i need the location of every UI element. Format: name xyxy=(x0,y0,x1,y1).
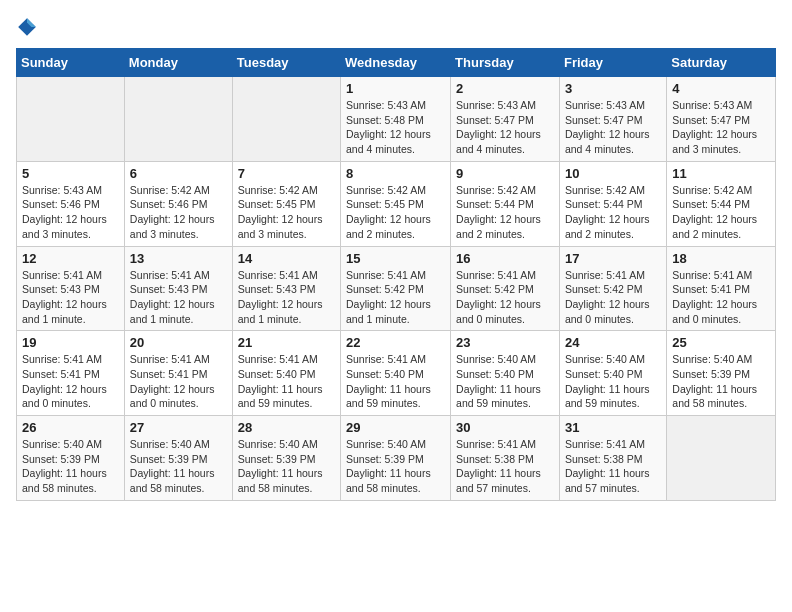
calendar-day-cell: 15Sunrise: 5:41 AM Sunset: 5:42 PM Dayli… xyxy=(341,246,451,331)
logo-icon xyxy=(16,16,38,38)
day-info: Sunrise: 5:41 AM Sunset: 5:40 PM Dayligh… xyxy=(238,352,335,411)
day-info: Sunrise: 5:43 AM Sunset: 5:47 PM Dayligh… xyxy=(456,98,554,157)
day-number: 30 xyxy=(456,420,554,435)
day-info: Sunrise: 5:41 AM Sunset: 5:43 PM Dayligh… xyxy=(22,268,119,327)
day-info: Sunrise: 5:40 AM Sunset: 5:40 PM Dayligh… xyxy=(565,352,661,411)
weekday-header: Saturday xyxy=(667,49,776,77)
calendar-thead: SundayMondayTuesdayWednesdayThursdayFrid… xyxy=(17,49,776,77)
calendar-day-cell: 11Sunrise: 5:42 AM Sunset: 5:44 PM Dayli… xyxy=(667,161,776,246)
calendar-day-cell: 19Sunrise: 5:41 AM Sunset: 5:41 PM Dayli… xyxy=(17,331,125,416)
day-info: Sunrise: 5:43 AM Sunset: 5:47 PM Dayligh… xyxy=(565,98,661,157)
calendar-day-cell: 12Sunrise: 5:41 AM Sunset: 5:43 PM Dayli… xyxy=(17,246,125,331)
day-number: 16 xyxy=(456,251,554,266)
calendar-day-cell: 1Sunrise: 5:43 AM Sunset: 5:48 PM Daylig… xyxy=(341,77,451,162)
day-number: 4 xyxy=(672,81,770,96)
calendar-day-cell: 29Sunrise: 5:40 AM Sunset: 5:39 PM Dayli… xyxy=(341,416,451,501)
day-info: Sunrise: 5:40 AM Sunset: 5:39 PM Dayligh… xyxy=(22,437,119,496)
calendar-day-cell: 30Sunrise: 5:41 AM Sunset: 5:38 PM Dayli… xyxy=(451,416,560,501)
day-number: 28 xyxy=(238,420,335,435)
day-info: Sunrise: 5:42 AM Sunset: 5:46 PM Dayligh… xyxy=(130,183,227,242)
day-number: 23 xyxy=(456,335,554,350)
day-info: Sunrise: 5:41 AM Sunset: 5:38 PM Dayligh… xyxy=(565,437,661,496)
day-number: 25 xyxy=(672,335,770,350)
calendar-container: SundayMondayTuesdayWednesdayThursdayFrid… xyxy=(0,0,792,511)
day-info: Sunrise: 5:41 AM Sunset: 5:43 PM Dayligh… xyxy=(238,268,335,327)
calendar-day-cell: 9Sunrise: 5:42 AM Sunset: 5:44 PM Daylig… xyxy=(451,161,560,246)
day-info: Sunrise: 5:40 AM Sunset: 5:39 PM Dayligh… xyxy=(346,437,445,496)
calendar-day-cell: 24Sunrise: 5:40 AM Sunset: 5:40 PM Dayli… xyxy=(559,331,666,416)
weekday-header: Sunday xyxy=(17,49,125,77)
calendar-day-cell: 18Sunrise: 5:41 AM Sunset: 5:41 PM Dayli… xyxy=(667,246,776,331)
calendar-day-cell: 22Sunrise: 5:41 AM Sunset: 5:40 PM Dayli… xyxy=(341,331,451,416)
day-number: 8 xyxy=(346,166,445,181)
day-number: 3 xyxy=(565,81,661,96)
calendar-week-row: 1Sunrise: 5:43 AM Sunset: 5:48 PM Daylig… xyxy=(17,77,776,162)
logo xyxy=(16,16,42,38)
calendar-day-cell: 5Sunrise: 5:43 AM Sunset: 5:46 PM Daylig… xyxy=(17,161,125,246)
calendar-day-cell: 2Sunrise: 5:43 AM Sunset: 5:47 PM Daylig… xyxy=(451,77,560,162)
day-info: Sunrise: 5:41 AM Sunset: 5:42 PM Dayligh… xyxy=(456,268,554,327)
day-number: 29 xyxy=(346,420,445,435)
calendar-week-row: 19Sunrise: 5:41 AM Sunset: 5:41 PM Dayli… xyxy=(17,331,776,416)
day-number: 6 xyxy=(130,166,227,181)
day-number: 1 xyxy=(346,81,445,96)
calendar-day-cell: 6Sunrise: 5:42 AM Sunset: 5:46 PM Daylig… xyxy=(124,161,232,246)
calendar-day-cell: 16Sunrise: 5:41 AM Sunset: 5:42 PM Dayli… xyxy=(451,246,560,331)
day-info: Sunrise: 5:42 AM Sunset: 5:44 PM Dayligh… xyxy=(672,183,770,242)
weekday-header: Tuesday xyxy=(232,49,340,77)
calendar-day-cell: 28Sunrise: 5:40 AM Sunset: 5:39 PM Dayli… xyxy=(232,416,340,501)
header-row xyxy=(16,16,776,38)
calendar-day-cell: 31Sunrise: 5:41 AM Sunset: 5:38 PM Dayli… xyxy=(559,416,666,501)
calendar-day-cell: 21Sunrise: 5:41 AM Sunset: 5:40 PM Dayli… xyxy=(232,331,340,416)
day-info: Sunrise: 5:41 AM Sunset: 5:41 PM Dayligh… xyxy=(22,352,119,411)
weekday-header: Wednesday xyxy=(341,49,451,77)
day-number: 19 xyxy=(22,335,119,350)
day-info: Sunrise: 5:41 AM Sunset: 5:40 PM Dayligh… xyxy=(346,352,445,411)
calendar-day-cell xyxy=(232,77,340,162)
calendar-day-cell: 13Sunrise: 5:41 AM Sunset: 5:43 PM Dayli… xyxy=(124,246,232,331)
day-info: Sunrise: 5:40 AM Sunset: 5:39 PM Dayligh… xyxy=(238,437,335,496)
calendar-day-cell xyxy=(17,77,125,162)
day-info: Sunrise: 5:41 AM Sunset: 5:41 PM Dayligh… xyxy=(130,352,227,411)
calendar-day-cell: 20Sunrise: 5:41 AM Sunset: 5:41 PM Dayli… xyxy=(124,331,232,416)
day-info: Sunrise: 5:41 AM Sunset: 5:38 PM Dayligh… xyxy=(456,437,554,496)
calendar-week-row: 26Sunrise: 5:40 AM Sunset: 5:39 PM Dayli… xyxy=(17,416,776,501)
day-number: 2 xyxy=(456,81,554,96)
calendar-day-cell: 23Sunrise: 5:40 AM Sunset: 5:40 PM Dayli… xyxy=(451,331,560,416)
day-number: 17 xyxy=(565,251,661,266)
calendar-day-cell: 26Sunrise: 5:40 AM Sunset: 5:39 PM Dayli… xyxy=(17,416,125,501)
calendar-day-cell xyxy=(667,416,776,501)
day-number: 24 xyxy=(565,335,661,350)
day-number: 14 xyxy=(238,251,335,266)
day-number: 13 xyxy=(130,251,227,266)
day-info: Sunrise: 5:41 AM Sunset: 5:41 PM Dayligh… xyxy=(672,268,770,327)
calendar-day-cell: 25Sunrise: 5:40 AM Sunset: 5:39 PM Dayli… xyxy=(667,331,776,416)
calendar-day-cell: 17Sunrise: 5:41 AM Sunset: 5:42 PM Dayli… xyxy=(559,246,666,331)
weekday-header: Friday xyxy=(559,49,666,77)
calendar-body: 1Sunrise: 5:43 AM Sunset: 5:48 PM Daylig… xyxy=(17,77,776,501)
weekday-header: Monday xyxy=(124,49,232,77)
day-info: Sunrise: 5:41 AM Sunset: 5:43 PM Dayligh… xyxy=(130,268,227,327)
day-number: 18 xyxy=(672,251,770,266)
calendar-table: SundayMondayTuesdayWednesdayThursdayFrid… xyxy=(16,48,776,501)
day-number: 10 xyxy=(565,166,661,181)
calendar-day-cell: 10Sunrise: 5:42 AM Sunset: 5:44 PM Dayli… xyxy=(559,161,666,246)
weekday-header: Thursday xyxy=(451,49,560,77)
calendar-week-row: 5Sunrise: 5:43 AM Sunset: 5:46 PM Daylig… xyxy=(17,161,776,246)
calendar-day-cell: 7Sunrise: 5:42 AM Sunset: 5:45 PM Daylig… xyxy=(232,161,340,246)
day-info: Sunrise: 5:42 AM Sunset: 5:45 PM Dayligh… xyxy=(238,183,335,242)
day-info: Sunrise: 5:40 AM Sunset: 5:39 PM Dayligh… xyxy=(672,352,770,411)
day-info: Sunrise: 5:42 AM Sunset: 5:45 PM Dayligh… xyxy=(346,183,445,242)
day-number: 21 xyxy=(238,335,335,350)
calendar-day-cell: 8Sunrise: 5:42 AM Sunset: 5:45 PM Daylig… xyxy=(341,161,451,246)
calendar-day-cell xyxy=(124,77,232,162)
day-info: Sunrise: 5:43 AM Sunset: 5:46 PM Dayligh… xyxy=(22,183,119,242)
day-info: Sunrise: 5:42 AM Sunset: 5:44 PM Dayligh… xyxy=(565,183,661,242)
day-number: 11 xyxy=(672,166,770,181)
day-number: 26 xyxy=(22,420,119,435)
calendar-day-cell: 27Sunrise: 5:40 AM Sunset: 5:39 PM Dayli… xyxy=(124,416,232,501)
calendar-day-cell: 4Sunrise: 5:43 AM Sunset: 5:47 PM Daylig… xyxy=(667,77,776,162)
calendar-week-row: 12Sunrise: 5:41 AM Sunset: 5:43 PM Dayli… xyxy=(17,246,776,331)
day-info: Sunrise: 5:40 AM Sunset: 5:39 PM Dayligh… xyxy=(130,437,227,496)
day-number: 12 xyxy=(22,251,119,266)
